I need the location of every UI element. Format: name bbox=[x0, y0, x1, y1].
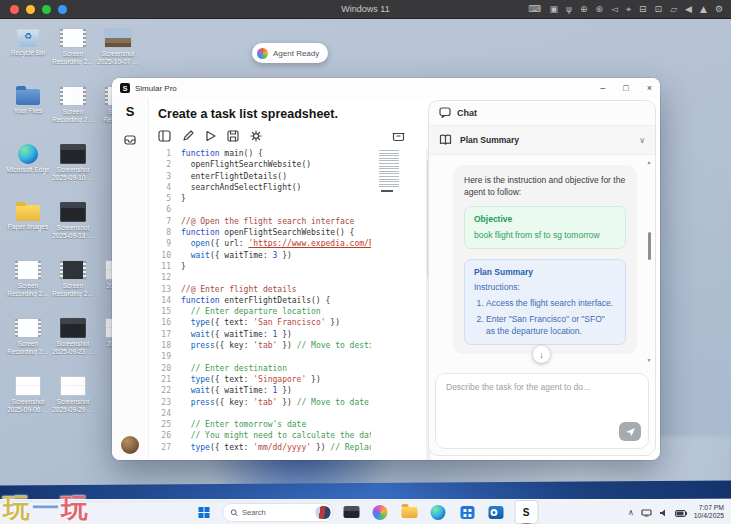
desktop-icon[interactable]: Screenshot 2025-10-07 … bbox=[96, 28, 140, 65]
chat-messages[interactable]: Here is the instruction and objective fo… bbox=[429, 153, 655, 369]
code-line[interactable]: 9 open({ url: 'https://www.expedia.com/F… bbox=[149, 238, 431, 249]
code-line[interactable]: 18 press({ key: 'tab' }) // Move to dest… bbox=[149, 340, 431, 351]
traffic-light[interactable] bbox=[10, 5, 19, 14]
minimize-button[interactable]: – bbox=[600, 78, 605, 98]
file-explorer-icon[interactable] bbox=[398, 501, 420, 523]
traffic-light[interactable] bbox=[42, 5, 51, 14]
desktop-icon[interactable]: Recycle Bin bbox=[6, 28, 50, 57]
settings-icon[interactable]: ⚙ bbox=[715, 0, 723, 18]
desktop-icon[interactable]: Screen Recording 2… bbox=[6, 318, 50, 355]
back-icon[interactable]: ◀ bbox=[685, 0, 692, 18]
tray-expand-icon[interactable]: ∧ bbox=[628, 508, 634, 517]
send-button[interactable] bbox=[619, 422, 641, 441]
outlook-icon[interactable] bbox=[485, 501, 507, 523]
task-view-button[interactable] bbox=[340, 501, 362, 523]
desktop-icon-label: Screen Recording 2… bbox=[51, 108, 95, 123]
devices-icon[interactable]: ▣ bbox=[550, 0, 559, 18]
network-icon[interactable]: ⊕ bbox=[580, 0, 588, 18]
task-input[interactable] bbox=[444, 380, 640, 424]
code-line[interactable]: 17 wait({ waitTime: 1 }) bbox=[149, 329, 431, 340]
code-line[interactable]: 15 // Enter departure location bbox=[149, 306, 431, 317]
code-editor[interactable]: 1function main() {2 openFlightSearchWebs… bbox=[149, 148, 431, 460]
code-line[interactable]: 20 // Enter destination bbox=[149, 363, 431, 374]
chat-scrollbar[interactable]: ▲ ▼ bbox=[645, 159, 653, 363]
share-icon[interactable]: ⊛ bbox=[596, 0, 604, 18]
user-avatar[interactable] bbox=[121, 436, 139, 454]
maximize-button[interactable]: □ bbox=[623, 78, 628, 98]
debug-icon[interactable] bbox=[250, 130, 262, 142]
code-line[interactable]: 21 type({ text: 'Singapore' }) bbox=[149, 374, 431, 385]
inbox-icon[interactable] bbox=[124, 131, 136, 149]
sound-icon[interactable]: ◅ bbox=[611, 0, 618, 18]
shot-photo-icon bbox=[104, 28, 132, 48]
window-title-bar[interactable]: S Simular Pro – □ × bbox=[112, 78, 660, 98]
copilot-icon[interactable] bbox=[369, 501, 391, 523]
code-line[interactable]: 11} bbox=[149, 261, 431, 272]
usb-icon[interactable]: ψ bbox=[566, 0, 572, 18]
search-box[interactable]: Search bbox=[222, 503, 333, 522]
start-button[interactable] bbox=[193, 501, 215, 523]
store-icon[interactable] bbox=[456, 501, 478, 523]
code-line[interactable]: 6 bbox=[149, 204, 431, 215]
code-line[interactable]: 12 bbox=[149, 272, 431, 283]
desktop-icon[interactable]: Screenshot 2025-09-10 … bbox=[51, 144, 95, 181]
keyboard-icon[interactable]: ⌨ bbox=[529, 0, 542, 18]
plan-summary-toggle[interactable]: Plan Summary ∨ bbox=[429, 126, 655, 155]
code-line[interactable]: 27 type({ text: 'mm/dd/yyyy' }) // Repla… bbox=[149, 442, 431, 453]
desktop-icon-label: Screen Recording 2… bbox=[51, 282, 95, 297]
code-line[interactable]: 25 // Enter tomorrow's date bbox=[149, 419, 431, 430]
printer-icon[interactable]: ⊟ bbox=[639, 0, 647, 18]
agent-ready-pill[interactable]: Agent Ready bbox=[252, 43, 328, 63]
panel-icon[interactable] bbox=[158, 130, 171, 142]
desktop-icon[interactable]: Screenshot 2025-09-29 … bbox=[51, 376, 95, 413]
code-line[interactable]: 13//@ Enter flight details bbox=[149, 284, 431, 295]
traffic-light[interactable] bbox=[26, 5, 35, 14]
desktop-icon[interactable]: Screen Recording 2… bbox=[51, 86, 95, 123]
close-button[interactable]: × bbox=[647, 78, 652, 98]
display-share-icon[interactable]: ▱ bbox=[670, 0, 677, 18]
pencil-icon[interactable] bbox=[182, 130, 194, 142]
code-line[interactable]: 14function enterFlightDetails() { bbox=[149, 295, 431, 306]
code-text: function main() { bbox=[181, 148, 371, 159]
code-line[interactable]: 22 wait({ waitTime: 1 }) bbox=[149, 385, 431, 396]
taskbar-clock[interactable]: 7:07 PM 10/4/2025 bbox=[694, 504, 724, 520]
scroll-to-bottom-button[interactable]: ↓ bbox=[533, 346, 550, 363]
chat-scroll-thumb[interactable] bbox=[648, 232, 651, 260]
code-line[interactable]: 5} bbox=[149, 193, 431, 204]
traffic-light[interactable] bbox=[58, 5, 67, 14]
simular-icon[interactable]: S bbox=[514, 500, 538, 524]
scroll-down-arrow[interactable]: ▼ bbox=[645, 357, 653, 363]
desktop-icon[interactable]: Your Files bbox=[6, 86, 50, 115]
chevron-down-icon[interactable]: ∨ bbox=[639, 136, 645, 145]
desktop-icon[interactable]: Screenshot 2025-09-18 … bbox=[51, 202, 95, 239]
desktop-icon[interactable]: Paper Images bbox=[6, 202, 50, 231]
code-line[interactable]: 10 wait({ waitTime: 3 }) bbox=[149, 250, 431, 261]
desktop-icon[interactable]: Screen Recording 2… bbox=[51, 260, 95, 297]
network-tray-icon[interactable] bbox=[641, 503, 652, 521]
code-line[interactable]: 19 bbox=[149, 351, 431, 362]
camera-icon[interactable]: ⊡ bbox=[655, 0, 663, 18]
run-icon[interactable] bbox=[205, 130, 216, 142]
code-line[interactable]: 26 // You might need to calculate the da… bbox=[149, 430, 431, 441]
desktop-icon[interactable]: Screen Recording 2… bbox=[6, 260, 50, 297]
code-line[interactable]: 24 bbox=[149, 408, 431, 419]
archive-icon[interactable] bbox=[392, 130, 405, 142]
code-line[interactable]: 16 type({ text: 'San Francisco' }) bbox=[149, 317, 431, 328]
volume-tray-icon[interactable] bbox=[659, 503, 668, 521]
code-line[interactable]: 8function openFlightSearchWebsite() { bbox=[149, 227, 431, 238]
desktop-icon[interactable]: Screen Recording 2… bbox=[51, 28, 95, 65]
code-line[interactable]: 23 press({ key: 'tab' }) // Move to date bbox=[149, 397, 431, 408]
minimap[interactable] bbox=[379, 150, 399, 188]
search-label: Search bbox=[242, 508, 311, 517]
vm-traffic-lights[interactable] bbox=[10, 5, 67, 14]
desktop-icon[interactable]: Screenshot 2025-09-06 … bbox=[6, 376, 50, 413]
fullscreen-icon[interactable]: ▲ bbox=[700, 0, 707, 18]
mic-icon[interactable]: ⌖ bbox=[626, 0, 631, 18]
scroll-up-arrow[interactable]: ▲ bbox=[645, 159, 653, 165]
code-line[interactable]: 7//@ Open the flight search interface bbox=[149, 216, 431, 227]
desktop-icon[interactable]: Microsoft Edge bbox=[6, 144, 50, 174]
desktop-icon[interactable]: Screenshot 2025-09-23 … bbox=[51, 318, 95, 355]
save-icon[interactable] bbox=[227, 130, 239, 142]
battery-tray-icon[interactable] bbox=[675, 503, 687, 521]
edge-icon[interactable] bbox=[427, 501, 449, 523]
